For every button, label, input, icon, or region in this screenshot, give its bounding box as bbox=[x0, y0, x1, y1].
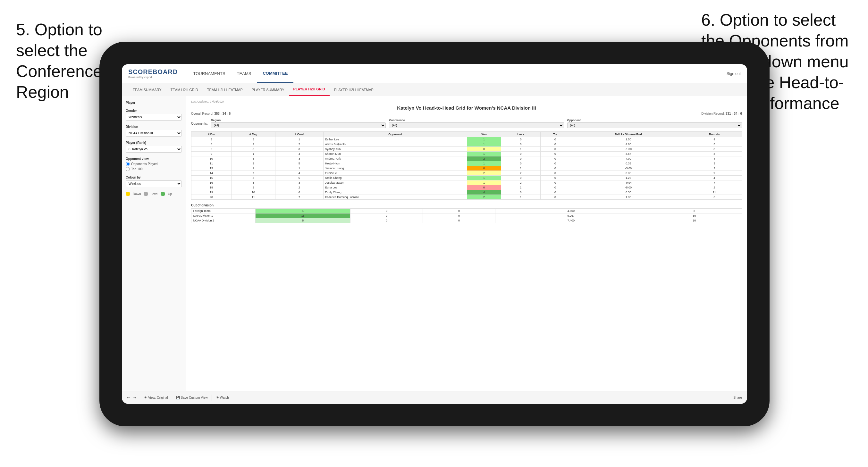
sidebar-colour-by-select[interactable]: Win/loss bbox=[126, 181, 182, 187]
cell-tie: 0 bbox=[540, 147, 570, 152]
cell-div: 18 bbox=[191, 185, 231, 190]
cell-diff: -3.00 bbox=[570, 166, 687, 171]
data-panel: Last Updated: 27/03/2024 Katelyn Vo Head… bbox=[186, 96, 747, 391]
sidebar-player-section: Player bbox=[126, 101, 182, 104]
cell-div: 20 bbox=[191, 195, 231, 200]
view-original-btn[interactable]: 👁 View: Original bbox=[144, 396, 168, 399]
cell-loss: 0 bbox=[501, 156, 540, 161]
subnav-team-summary[interactable]: TEAM SUMMARY bbox=[128, 83, 166, 96]
cell-tie: 0 bbox=[540, 156, 570, 161]
undo-btn[interactable]: ↩ bbox=[127, 396, 129, 399]
cell-win: 0 bbox=[467, 166, 501, 171]
nav-committee[interactable]: COMMITTEE bbox=[257, 64, 293, 83]
cell-reg: 1 bbox=[231, 166, 275, 171]
ood-cell-win: 1 bbox=[255, 209, 350, 214]
cell-loss: 0 bbox=[501, 190, 540, 195]
cell-diff: 4.00 bbox=[570, 156, 687, 161]
cell-diff: 0.38 bbox=[570, 171, 687, 176]
cell-div: 14 bbox=[191, 171, 231, 176]
sidebar-player-rank-select[interactable]: 8. Katelyn Vo bbox=[126, 146, 182, 153]
sidebar: Player Gender Women's Division NCAA Divi… bbox=[122, 96, 186, 391]
cell-reg: 3 bbox=[231, 137, 275, 142]
cell-diff: 3.67 bbox=[570, 152, 687, 156]
cell-rounds: 2 bbox=[687, 166, 742, 171]
save-custom-btn[interactable]: 💾 Save Custom View bbox=[176, 396, 208, 399]
cell-diff: -5.00 bbox=[570, 185, 687, 190]
cell-reg: 7 bbox=[231, 171, 275, 176]
nav-tournaments[interactable]: TOURNAMENTS bbox=[187, 64, 231, 83]
toolbar-divider-4 bbox=[233, 395, 233, 401]
opponent-select[interactable]: (All) bbox=[567, 122, 742, 128]
cell-conf: 3 bbox=[275, 156, 323, 161]
cell-opponent: Sharon Mun bbox=[323, 152, 467, 156]
cell-opponent: Alexis Sudjianto bbox=[323, 142, 467, 147]
tablet-screen: SCOREBOARD Powered by clippd TOURNAMENTS… bbox=[122, 64, 747, 404]
cell-reg: 10 bbox=[231, 190, 275, 195]
cell-win: 4 bbox=[467, 190, 501, 195]
subnav-player-summary[interactable]: PLAYER SUMMARY bbox=[247, 83, 289, 96]
cell-rounds: 9 bbox=[687, 171, 742, 176]
nav-teams[interactable]: TEAMS bbox=[231, 64, 257, 83]
cell-opponent: Andrea York bbox=[323, 156, 467, 161]
cell-rounds: 4 bbox=[687, 137, 742, 142]
conference-select[interactable]: (All) bbox=[389, 122, 564, 128]
share-btn[interactable]: Share bbox=[733, 396, 742, 399]
sidebar-gender-section: Gender Women's bbox=[126, 109, 182, 121]
legend-dot-down bbox=[126, 192, 130, 196]
subnav-player-h2h-heatmap[interactable]: PLAYER H2H HEATMAP bbox=[330, 83, 378, 96]
sidebar-opponents-played-radio[interactable]: Opponents Played bbox=[126, 162, 182, 166]
cell-win: 1 bbox=[467, 142, 501, 147]
cell-win: 1 bbox=[467, 137, 501, 142]
ood-cell-tie: 0 bbox=[423, 218, 495, 223]
table-header-row: # Div # Reg # Conf Opponent Win Loss Tie… bbox=[191, 132, 742, 137]
ood-cell-tie: 0 bbox=[423, 209, 495, 214]
cell-win: 0 bbox=[467, 185, 501, 190]
sign-out-button[interactable]: Sign out bbox=[726, 71, 741, 76]
cell-tie: 0 bbox=[540, 190, 570, 195]
filter-region: Region (All) bbox=[211, 119, 386, 128]
records-row: Overall Record: 353 - 34 - 6 Division Re… bbox=[191, 112, 742, 115]
ood-cell-rounds: 2 bbox=[647, 209, 742, 214]
cell-conf: 7 bbox=[275, 195, 323, 200]
redo-btn[interactable]: ↪ bbox=[133, 396, 136, 399]
cell-rounds: 4 bbox=[687, 156, 742, 161]
cell-conf: 2 bbox=[275, 185, 323, 190]
cell-tie: 0 bbox=[540, 171, 570, 176]
sidebar-gender-select[interactable]: Women's bbox=[126, 114, 182, 121]
cell-opponent: Emily Chang bbox=[323, 190, 467, 195]
cell-loss: 1 bbox=[501, 166, 540, 171]
cell-win: 1 bbox=[467, 176, 501, 181]
cell-loss: 2 bbox=[501, 171, 540, 176]
col-conf: # Conf bbox=[275, 132, 323, 137]
cell-div: 11 bbox=[191, 161, 231, 166]
out-of-division-table: Foreign Team 1 0 0 4.500 2 NAIA Division… bbox=[191, 208, 742, 223]
cell-loss: 2 bbox=[501, 181, 540, 185]
cell-div: 3 bbox=[191, 137, 231, 142]
cell-conf: 3 bbox=[275, 147, 323, 152]
table-row: 11 2 5 Heejo Hyun 1 0 0 0.33 3 bbox=[191, 161, 742, 166]
subnav-team-h2h-heatmap[interactable]: TEAM H2H HEATMAP bbox=[203, 83, 247, 96]
division-record: Division Record: 331 - 34 - 6 bbox=[701, 112, 742, 115]
sidebar-top100-radio[interactable]: Top 100 bbox=[126, 167, 182, 171]
cell-diff: -1.00 bbox=[570, 147, 687, 152]
cell-conf: 3 bbox=[275, 181, 323, 185]
sidebar-division-select[interactable]: NCAA Division III bbox=[126, 130, 182, 136]
subnav-player-h2h-grid[interactable]: PLAYER H2H GRID bbox=[289, 83, 330, 96]
cell-div: 6 bbox=[191, 147, 231, 152]
table-row: 16 3 3 Jessica Mason 1 2 0 -0.94 7 bbox=[191, 181, 742, 185]
col-opponent: Opponent bbox=[323, 132, 467, 137]
filter-conference: Conference (All) bbox=[389, 119, 564, 128]
sidebar-colour-by-label: Colour by bbox=[126, 176, 182, 179]
watch-btn[interactable]: 👁 Watch bbox=[216, 396, 229, 399]
subnav-team-h2h-grid[interactable]: TEAM H2H GRID bbox=[166, 83, 203, 96]
ood-cell-win: 5 bbox=[255, 218, 350, 223]
sidebar-colour-by-section: Colour by Win/loss bbox=[126, 176, 182, 187]
cell-conf: 2 bbox=[275, 142, 323, 147]
top-navigation: SCOREBOARD Powered by clippd TOURNAMENTS… bbox=[122, 64, 747, 83]
sidebar-player-rank-label: Player (Rank) bbox=[126, 141, 182, 145]
overall-record: Overall Record: 353 - 34 - 6 bbox=[191, 112, 230, 115]
panel-title: Katelyn Vo Head-to-Head Grid for Women's… bbox=[191, 105, 742, 111]
cell-tie: 0 bbox=[540, 142, 570, 147]
region-select[interactable]: (All) bbox=[211, 122, 386, 128]
cell-diff: 0.33 bbox=[570, 161, 687, 166]
